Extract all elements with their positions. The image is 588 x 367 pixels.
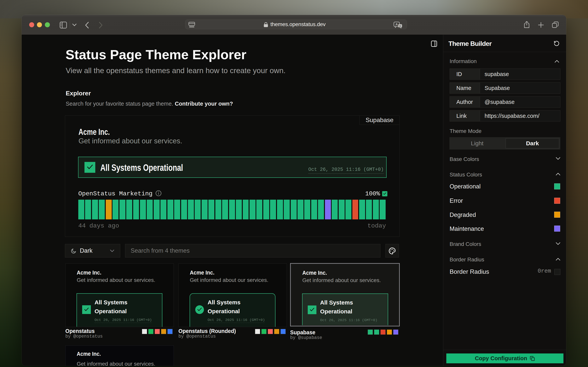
svg-text:文: 文 [399, 25, 401, 27]
svg-text:A: A [395, 23, 398, 26]
